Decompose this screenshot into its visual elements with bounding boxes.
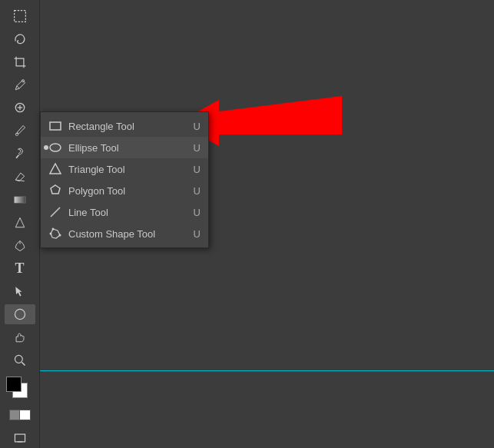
zoom-tool[interactable] <box>5 350 35 370</box>
custom-shape-icon <box>48 227 62 241</box>
svg-rect-14 <box>50 122 61 130</box>
color-chips[interactable] <box>6 377 34 402</box>
svg-rect-12 <box>15 434 25 442</box>
svg-marker-16 <box>50 164 61 174</box>
menu-item-polygon[interactable]: Polygon Tool U <box>41 180 208 201</box>
triangle-tool-shortcut: U <box>194 164 201 175</box>
pen-tool[interactable] <box>5 236 35 256</box>
rectangle-tool-label: Rectangle Tool <box>68 121 186 132</box>
custom-shape-tool-label: Custom Shape Tool <box>68 228 186 240</box>
polygon-tool-label: Polygon Tool <box>68 185 186 197</box>
path-selection-tool[interactable] <box>5 282 35 302</box>
canvas-guide-line <box>40 370 494 371</box>
toolbar: T <box>0 0 40 448</box>
triangle-tool-label: Triangle Tool <box>68 164 186 175</box>
svg-marker-17 <box>51 185 60 194</box>
healing-tool[interactable] <box>5 98 35 118</box>
foreground-color-chip[interactable] <box>6 377 22 392</box>
menu-item-line[interactable]: Line Tool U <box>41 201 208 223</box>
crop-tool[interactable] <box>5 52 35 72</box>
rectangle-tool-shortcut: U <box>194 121 201 132</box>
shape-tool[interactable] <box>5 304 35 324</box>
ellipse-icon <box>48 141 62 154</box>
menu-item-triangle[interactable]: Triangle Tool U <box>41 158 208 180</box>
blur-tool[interactable] <box>5 213 35 233</box>
brush-tool[interactable] <box>5 121 35 141</box>
ellipse-tool-label: Ellipse Tool <box>68 142 186 154</box>
polygon-tool-shortcut: U <box>194 185 201 197</box>
svg-rect-7 <box>14 197 25 203</box>
menu-item-ellipse[interactable]: Ellipse Tool U <box>41 137 208 158</box>
selected-indicator <box>44 145 48 150</box>
ellipse-tool-shortcut: U <box>194 142 201 154</box>
triangle-icon <box>48 162 62 176</box>
custom-shape-tool-shortcut: U <box>194 228 201 240</box>
menu-item-custom[interactable]: Custom Shape Tool U <box>41 223 208 244</box>
quick-mask-toggle[interactable] <box>5 405 35 425</box>
rectangle-icon <box>48 119 62 133</box>
eyedropper-tool[interactable] <box>5 75 35 95</box>
svg-rect-0 <box>14 11 25 22</box>
svg-point-21 <box>59 234 61 237</box>
lasso-tool[interactable] <box>5 29 35 49</box>
polygon-icon <box>48 184 62 197</box>
svg-point-15 <box>50 144 61 151</box>
menu-item-rectangle[interactable]: Rectangle Tool U <box>41 115 208 137</box>
line-tool-label: Line Tool <box>68 207 186 218</box>
screen-mode-tool[interactable] <box>5 428 35 448</box>
hand-tool[interactable] <box>5 327 35 347</box>
svg-point-19 <box>50 233 52 235</box>
line-icon <box>48 205 62 219</box>
marquee-tool[interactable] <box>5 6 35 26</box>
clone-tool[interactable] <box>5 144 35 164</box>
gradient-tool[interactable] <box>5 190 35 210</box>
eraser-tool[interactable] <box>5 167 35 187</box>
shape-flyout-menu: Rectangle Tool U Ellipse Tool U Triangle… <box>40 111 209 248</box>
text-tool[interactable]: T <box>5 259 35 279</box>
svg-line-18 <box>51 207 60 217</box>
svg-point-10 <box>15 356 22 363</box>
svg-point-20 <box>52 228 55 231</box>
svg-point-9 <box>15 310 25 320</box>
line-tool-shortcut: U <box>194 207 201 218</box>
svg-line-11 <box>22 363 25 366</box>
